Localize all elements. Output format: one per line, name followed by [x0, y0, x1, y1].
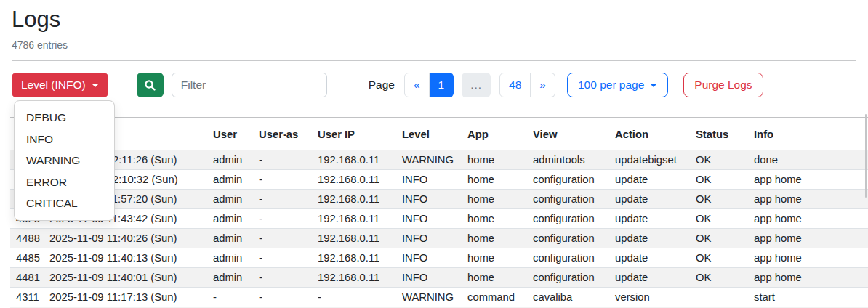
page-label: Page — [369, 78, 395, 92]
filter-input[interactable] — [172, 73, 327, 97]
table-cell: 2025-11-09 11:40:26 (Sun) — [44, 229, 207, 248]
table-cell: OK — [690, 248, 748, 268]
table-cell: done — [748, 150, 868, 170]
table-cell: admin — [207, 268, 253, 288]
table-cell: 192.168.0.11 — [312, 268, 396, 288]
column-header-level: Level — [396, 118, 462, 150]
menu-item-info[interactable]: INFO — [15, 129, 114, 150]
table-cell: configuration — [527, 209, 609, 229]
table-cell: 4311 — [10, 288, 44, 307]
pagination-next[interactable]: » — [531, 73, 555, 97]
table-cell: home — [462, 268, 527, 288]
level-filter-button[interactable]: Level (INFO) — [12, 73, 108, 97]
magnifier-icon — [144, 79, 156, 92]
table-cell: admin — [207, 248, 253, 268]
menu-item-warning[interactable]: WARNING — [15, 150, 114, 171]
pagination-group-last: 48 » — [499, 73, 555, 97]
table-cell: admin — [207, 150, 253, 170]
table-cell: home — [462, 150, 527, 170]
table-row: 2025-11-09 11:57:20 (Sun)admin-192.168.0… — [10, 190, 868, 209]
column-header-view: View — [527, 118, 609, 150]
column-header-action: Action — [609, 118, 690, 150]
level-dropdown: Level (INFO) DEBUG INFO WARNING ERROR CR… — [12, 73, 108, 97]
column-header-user: User — [207, 118, 253, 150]
table-cell: admintools — [527, 150, 609, 170]
table-cell: home — [462, 248, 527, 268]
page-title: Logs — [12, 6, 856, 33]
column-header-info: Info — [748, 118, 868, 150]
menu-item-critical[interactable]: CRITICAL — [15, 192, 114, 214]
table-cell: admin — [207, 209, 253, 229]
pagination-current-page[interactable]: 1 — [430, 73, 454, 97]
table-cell: configuration — [527, 229, 609, 248]
table-cell: admin — [207, 229, 253, 248]
table-cell: app home — [748, 209, 868, 229]
table-cell: home — [462, 170, 527, 190]
table-header-row: UserUser-asUser IPLevelAppViewActionStat… — [10, 118, 868, 150]
table-cell: - — [253, 150, 312, 170]
table-cell: OK — [690, 170, 748, 190]
table-cell: 4488 — [10, 229, 44, 248]
table-cell: INFO — [396, 209, 462, 229]
level-filter-label: Level (INFO) — [21, 78, 86, 92]
table-row: 43112025-11-09 11:17:13 (Sun)---WARNINGc… — [10, 288, 868, 307]
vertical-scrollbar[interactable] — [865, 114, 867, 198]
per-page-button[interactable]: 100 per page — [567, 73, 668, 97]
table-cell: app home — [748, 268, 868, 288]
pagination-prev[interactable]: « — [404, 73, 430, 97]
logs-table: UserUser-asUser IPLevelAppViewActionStat… — [10, 118, 868, 308]
table-cell: update — [609, 170, 690, 190]
table-cell: configuration — [527, 268, 609, 288]
table-cell: - — [253, 248, 312, 268]
table-cell: admin — [207, 190, 253, 209]
table-cell: INFO — [396, 268, 462, 288]
purge-logs-label: Purge Logs — [694, 78, 752, 92]
table-cell: 2025-11-09 11:17:13 (Sun) — [44, 288, 207, 307]
table-cell: 192.168.0.11 — [312, 170, 396, 190]
table-row: 2025-11-09 12:11:26 (Sun)admin-192.168.0… — [10, 150, 868, 170]
table-cell: start — [748, 288, 868, 307]
purge-logs-button[interactable]: Purge Logs — [683, 73, 763, 97]
table-cell: app home — [748, 229, 868, 248]
logs-table-container: UserUser-asUser IPLevelAppViewActionStat… — [10, 117, 868, 308]
search-button[interactable] — [137, 73, 164, 97]
pagination-last-page[interactable]: 48 — [499, 73, 531, 97]
table-cell: 2025-11-09 11:40:13 (Sun) — [44, 248, 207, 268]
table-cell: 192.168.0.11 — [312, 248, 396, 268]
page-header: Logs 4786 entries — [0, 0, 868, 61]
table-cell: cavaliba — [527, 288, 609, 307]
table-cell: admin — [207, 170, 253, 190]
table-cell: update — [609, 268, 690, 288]
table-cell: OK — [690, 190, 748, 209]
table-cell: 192.168.0.11 — [312, 229, 396, 248]
table-cell: - — [312, 288, 396, 307]
pagination-ellipsis: ... — [462, 73, 491, 97]
column-header-user-as: User-as — [253, 118, 312, 150]
table-cell: - — [253, 190, 312, 209]
table-row: 44852025-11-09 11:40:13 (Sun)admin-192.1… — [10, 248, 868, 268]
table-cell: - — [253, 170, 312, 190]
table-cell: update — [609, 248, 690, 268]
table-cell: - — [253, 229, 312, 248]
menu-item-debug[interactable]: DEBUG — [15, 107, 114, 129]
table-cell: WARNING — [396, 150, 462, 170]
menu-item-error[interactable]: ERROR — [15, 171, 114, 193]
table-cell: app home — [748, 190, 868, 209]
table-cell: home — [462, 229, 527, 248]
table-cell: INFO — [396, 229, 462, 248]
table-cell: app home — [748, 170, 868, 190]
header-divider — [12, 60, 856, 61]
table-cell: 2025-11-09 11:40:01 (Sun) — [44, 268, 207, 288]
caret-down-icon — [650, 84, 657, 87]
table-cell: - — [207, 288, 253, 307]
table-cell — [690, 288, 748, 307]
caret-down-icon — [92, 84, 99, 87]
table-cell: update — [609, 229, 690, 248]
table-cell: command — [462, 288, 527, 307]
pagination-group-first: « 1 — [404, 73, 454, 97]
table-cell: INFO — [396, 170, 462, 190]
toolbar: Level (INFO) DEBUG INFO WARNING ERROR CR… — [12, 73, 856, 97]
column-header-app: App — [462, 118, 527, 150]
table-cell: OK — [690, 229, 748, 248]
table-cell: update — [609, 209, 690, 229]
